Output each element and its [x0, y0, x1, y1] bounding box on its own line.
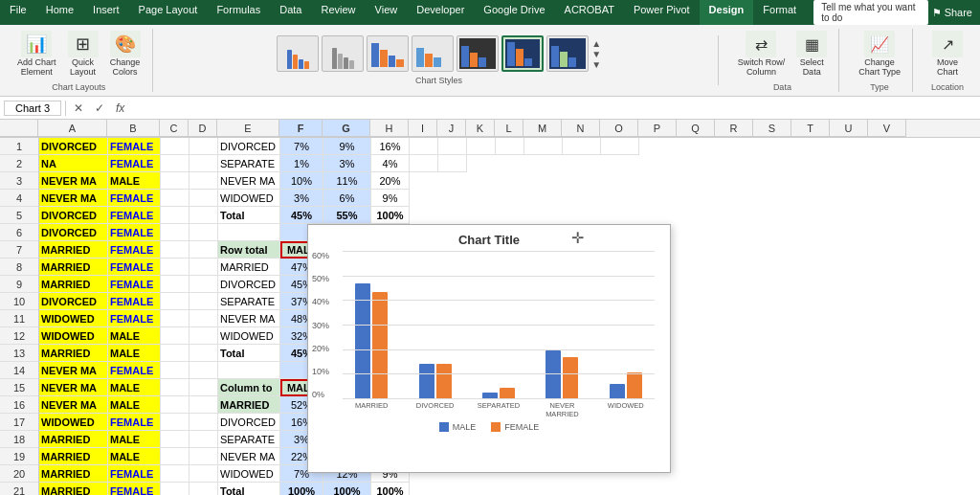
chart-style-2[interactable]	[322, 35, 364, 72]
row-header-19[interactable]: 19	[0, 448, 38, 465]
chart-container[interactable]: ✛ Chart Title 0% 10% 20% 30% 40% 50% 60%	[307, 224, 671, 473]
cell-d17[interactable]	[189, 414, 218, 431]
cell-a12[interactable]: WIDOWED	[39, 327, 108, 345]
cell-l1[interactable]	[496, 138, 524, 155]
cell-a14[interactable]: NEVER MA	[39, 362, 108, 379]
row-header-6[interactable]: 6	[0, 224, 38, 241]
cell-a1[interactable]: DIVORCED	[39, 138, 108, 155]
cell-e21[interactable]: Total	[218, 483, 280, 495]
col-header-c[interactable]: C	[160, 120, 189, 137]
cell-e11[interactable]: NEVER MA	[218, 310, 280, 327]
cell-h21[interactable]: 100%	[371, 483, 410, 495]
cell-c6[interactable]	[161, 224, 189, 241]
row-header-2[interactable]: 2	[0, 155, 38, 172]
row-header-21[interactable]: 21	[0, 483, 38, 495]
col-header-r[interactable]: R	[715, 120, 753, 137]
cell-b8[interactable]: FEMALE	[108, 259, 161, 276]
cell-m1[interactable]	[524, 138, 563, 155]
row-header-17[interactable]: 17	[0, 414, 38, 431]
cell-a11[interactable]: WIDOWED	[39, 310, 108, 327]
cell-f21[interactable]: 100%	[280, 483, 323, 495]
cell-d10[interactable]	[189, 293, 218, 310]
cell-e16[interactable]: MARRIED	[218, 396, 280, 414]
cell-b6[interactable]: FEMALE	[108, 224, 161, 241]
chart-style-4[interactable]	[412, 35, 454, 72]
cell-c18[interactable]	[161, 431, 189, 448]
cell-a18[interactable]: MARRIED	[39, 431, 108, 448]
cell-i2[interactable]	[410, 155, 438, 172]
cell-b21[interactable]: FEMALE	[108, 483, 161, 495]
row-header-11[interactable]: 11	[0, 310, 38, 327]
row-header-13[interactable]: 13	[0, 345, 38, 362]
tab-review[interactable]: Review	[311, 0, 365, 25]
chart-style-6[interactable]	[501, 35, 544, 72]
cell-b15[interactable]: MALE	[108, 379, 161, 396]
tab-developer[interactable]: Developer	[407, 0, 474, 25]
cell-e3[interactable]: NEVER MA	[218, 172, 280, 190]
col-header-s[interactable]: S	[753, 120, 791, 137]
cell-e17[interactable]: DIVORCED	[218, 414, 280, 431]
formula-input[interactable]	[132, 102, 976, 114]
cell-b11[interactable]: FEMALE	[108, 310, 161, 327]
cell-e15[interactable]: Column to	[218, 379, 280, 396]
row-header-8[interactable]: 8	[0, 259, 38, 276]
tab-acrobat[interactable]: ACROBAT	[555, 0, 624, 25]
cell-b16[interactable]: MALE	[108, 396, 161, 414]
cell-c12[interactable]	[161, 327, 189, 345]
tab-page-layout[interactable]: Page Layout	[129, 0, 208, 25]
cell-c19[interactable]	[161, 448, 189, 465]
col-header-v[interactable]: V	[868, 120, 906, 137]
cell-e4[interactable]: WIDOWED	[218, 190, 280, 207]
cell-h1[interactable]: 16%	[371, 138, 410, 155]
change-chart-type-button[interactable]: 📈 ChangeChart Type	[855, 29, 904, 79]
row-header-12[interactable]: 12	[0, 327, 38, 345]
col-header-q[interactable]: Q	[677, 120, 715, 137]
cell-c1[interactable]	[161, 138, 189, 155]
cell-f1[interactable]: 7%	[280, 138, 323, 155]
cell-c5[interactable]	[161, 207, 189, 224]
col-header-f[interactable]: F	[279, 120, 323, 137]
row-header-4[interactable]: 4	[0, 190, 38, 207]
col-header-n[interactable]: N	[562, 120, 600, 137]
cell-a8[interactable]: MARRIED	[39, 259, 108, 276]
cell-a4[interactable]: NEVER MA	[39, 190, 108, 207]
cell-d4[interactable]	[189, 190, 218, 207]
cell-e9[interactable]: DIVORCED	[218, 276, 280, 293]
cell-d6[interactable]	[189, 224, 218, 241]
cell-c3[interactable]	[161, 172, 189, 190]
tab-power-pivot[interactable]: Power Pivot	[624, 0, 700, 25]
cell-c21[interactable]	[161, 483, 189, 495]
cell-e12[interactable]: WIDOWED	[218, 327, 280, 345]
col-header-u[interactable]: U	[830, 120, 868, 137]
cell-d9[interactable]	[189, 276, 218, 293]
chart-styles-scroll[interactable]: ▲ ▼ ▼	[591, 35, 601, 72]
chart-style-3[interactable]	[367, 35, 409, 72]
cell-c16[interactable]	[161, 396, 189, 414]
cell-c17[interactable]	[161, 414, 189, 431]
row-header-20[interactable]: 20	[0, 465, 38, 483]
cell-h2[interactable]: 4%	[371, 155, 410, 172]
col-header-l[interactable]: L	[495, 120, 523, 137]
cell-a2[interactable]: NA	[39, 155, 108, 172]
cell-j1[interactable]	[438, 138, 467, 155]
cell-b10[interactable]: FEMALE	[108, 293, 161, 310]
cell-b12[interactable]: MALE	[108, 327, 161, 345]
col-header-t[interactable]: T	[791, 120, 830, 137]
cell-c2[interactable]	[161, 155, 189, 172]
col-header-i[interactable]: I	[409, 120, 437, 137]
cell-a3[interactable]: NEVER MA	[39, 172, 108, 190]
tab-data[interactable]: Data	[270, 0, 311, 25]
col-header-j[interactable]: J	[437, 120, 466, 137]
row-header-14[interactable]: 14	[0, 362, 38, 379]
col-header-k[interactable]: K	[466, 120, 495, 137]
cell-e10[interactable]: SEPARATE	[218, 293, 280, 310]
col-header-e[interactable]: E	[217, 120, 279, 137]
select-data-button[interactable]: ▦ SelectData	[792, 29, 831, 79]
name-box[interactable]: Chart 3	[4, 101, 61, 116]
cell-b4[interactable]: FEMALE	[108, 190, 161, 207]
cell-c15[interactable]	[161, 379, 189, 396]
cell-d13[interactable]	[189, 345, 218, 362]
cell-b13[interactable]: MALE	[108, 345, 161, 362]
col-header-g[interactable]: G	[323, 120, 370, 137]
cell-k1[interactable]	[467, 138, 496, 155]
